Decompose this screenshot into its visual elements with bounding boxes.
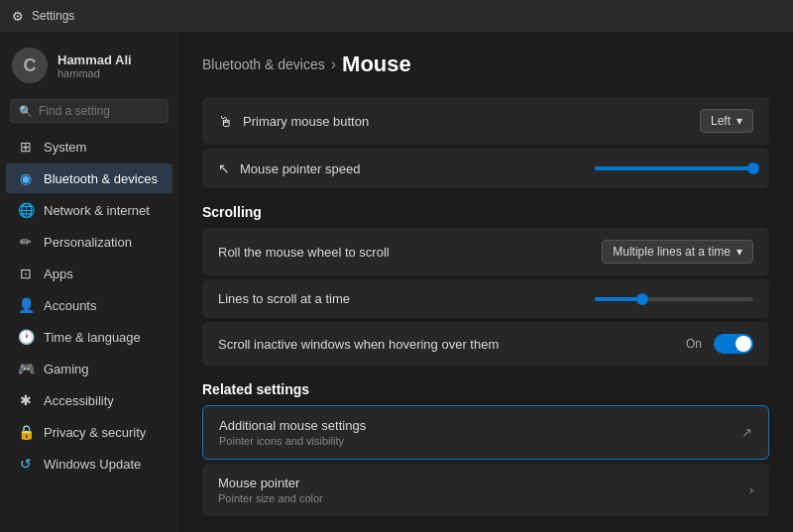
main-layout: C Hammad Ali hammad 🔍 ⊞ System ◉ Bluetoo… [0,32,793,532]
lines-scroll-slider-thumb[interactable] [636,293,648,305]
mouse-speed-slider-track[interactable] [595,166,753,170]
roll-mouse-wheel-row: Roll the mouse wheel to scroll Multiple … [202,228,769,275]
related-settings-title: Related settings [202,381,769,397]
pointer-icon: ↖ [218,160,230,176]
sidebar-item-time[interactable]: 🕐 Time & language [6,322,172,352]
lines-to-scroll-slider-container [595,297,753,301]
chevron-right-icon: › [749,482,753,497]
primary-mouse-button-label: 🖱 Primary mouse button [218,113,369,130]
sidebar-item-network-label: Network & internet [44,203,150,218]
title-bar: ⚙ Settings [0,0,793,32]
sidebar-item-privacy[interactable]: 🔒 Privacy & security [6,417,172,447]
lines-scroll-slider-track[interactable] [595,297,753,301]
sidebar-item-accessibility[interactable]: ✱ Accessibility [6,385,172,415]
sidebar-item-update-label: Windows Update [44,457,141,472]
mouse-speed-slider-thumb[interactable] [747,162,759,174]
mouse-speed-slider-fill [595,166,753,170]
update-icon: ↺ [18,456,34,472]
sidebar: C Hammad Ali hammad 🔍 ⊞ System ◉ Bluetoo… [0,32,178,532]
mouse-pointer-title: Mouse pointer [218,476,323,490]
breadcrumb: Bluetooth & devices › Mouse [202,52,769,77]
scroll-inactive-value: On [686,337,702,351]
accounts-icon: 👤 [18,297,34,313]
sidebar-item-time-label: Time & language [44,330,141,345]
user-section: C Hammad Ali hammad [0,32,178,95]
mouse-pointer-speed-label: ↖ Mouse pointer speed [218,160,360,176]
user-email: hammad [57,67,132,79]
content-area: Bluetooth & devices › Mouse 🖱 Primary mo… [178,32,793,532]
roll-mouse-wheel-control[interactable]: Multiple lines at a time ▾ [602,240,753,264]
toggle-knob [736,336,751,352]
mouse-pointer-speed-row: ↖ Mouse pointer speed [202,149,769,188]
sidebar-item-apps-label: Apps [44,266,73,281]
sidebar-item-personalization[interactable]: ✏ Personalization [6,227,172,257]
sidebar-item-personalization-label: Personalization [44,235,132,250]
scrolling-section-title: Scrolling [202,204,769,220]
scroll-inactive-row: Scroll inactive windows when hovering ov… [202,322,769,366]
roll-mouse-wheel-label: Roll the mouse wheel to scroll [218,245,390,260]
chevron-down-icon: ▾ [736,245,742,259]
primary-mouse-button-dropdown[interactable]: Left ▾ [700,109,753,133]
additional-mouse-settings-card[interactable]: Additional mouse settings Pointer icons … [202,405,769,460]
sidebar-item-bluetooth[interactable]: ◉ Bluetooth & devices [6,163,172,193]
external-link-icon: ↗ [741,425,752,440]
additional-mouse-settings-text: Additional mouse settings Pointer icons … [219,418,366,447]
lines-to-scroll-label: Lines to scroll at a time [218,291,350,306]
sidebar-item-gaming[interactable]: 🎮 Gaming [6,354,172,383]
bluetooth-icon: ◉ [18,170,34,186]
sidebar-item-update[interactable]: ↺ Windows Update [6,449,172,479]
lines-scroll-slider-fill [595,297,642,301]
lines-to-scroll-row: Lines to scroll at a time [202,279,769,318]
scroll-inactive-control: On [686,334,753,354]
gaming-icon: 🎮 [18,361,34,376]
privacy-icon: 🔒 [18,424,34,440]
time-icon: 🕐 [18,329,34,345]
sidebar-item-accounts-label: Accounts [44,298,96,313]
sidebar-item-apps[interactable]: ⊡ Apps [6,259,172,288]
sidebar-item-accessibility-label: Accessibility [44,393,114,408]
sidebar-item-system-label: System [44,140,86,155]
user-info: Hammad Ali hammad [57,53,132,79]
breadcrumb-parent[interactable]: Bluetooth & devices [202,56,325,72]
primary-mouse-button-control[interactable]: Left ▾ [700,109,753,133]
mouse-pointer-speed-slider-container [595,166,753,170]
title-bar-text: Settings [32,9,74,23]
sidebar-item-gaming-label: Gaming [44,362,89,376]
roll-mouse-wheel-dropdown[interactable]: Multiple lines at a time ▾ [602,240,753,264]
breadcrumb-separator: › [331,55,336,73]
mouse-pointer-subtitle: Pointer size and color [218,492,323,504]
sidebar-item-bluetooth-label: Bluetooth & devices [44,171,158,186]
personalization-icon: ✏ [18,234,34,250]
accessibility-icon: ✱ [18,392,34,408]
search-input[interactable] [39,104,160,118]
additional-mouse-settings-subtitle: Pointer icons and visibility [219,435,366,447]
mouse-pointer-text: Mouse pointer Pointer size and color [218,476,323,504]
sidebar-item-network[interactable]: 🌐 Network & internet [6,195,172,225]
sidebar-item-accounts[interactable]: 👤 Accounts [6,290,172,320]
primary-mouse-button-row: 🖱 Primary mouse button Left ▾ [202,97,769,145]
avatar: C [12,48,48,83]
network-icon: 🌐 [18,202,34,218]
apps-icon: ⊡ [18,266,34,281]
search-icon: 🔍 [19,105,33,118]
user-name: Hammad Ali [57,53,132,67]
sidebar-item-system[interactable]: ⊞ System [6,132,172,161]
mouse-pointer-row[interactable]: Mouse pointer Pointer size and color › [202,464,769,516]
chevron-down-icon: ▾ [736,114,742,128]
additional-mouse-settings-title: Additional mouse settings [219,418,366,433]
breadcrumb-current: Mouse [342,52,411,77]
sidebar-item-privacy-label: Privacy & security [44,425,146,440]
system-icon: ⊞ [18,139,34,155]
search-box[interactable]: 🔍 [10,99,169,123]
scroll-inactive-toggle[interactable] [714,334,753,354]
mouse-button-icon: 🖱 [218,113,233,130]
scroll-inactive-label: Scroll inactive windows when hovering ov… [218,337,499,352]
settings-icon: ⚙ [12,9,24,24]
